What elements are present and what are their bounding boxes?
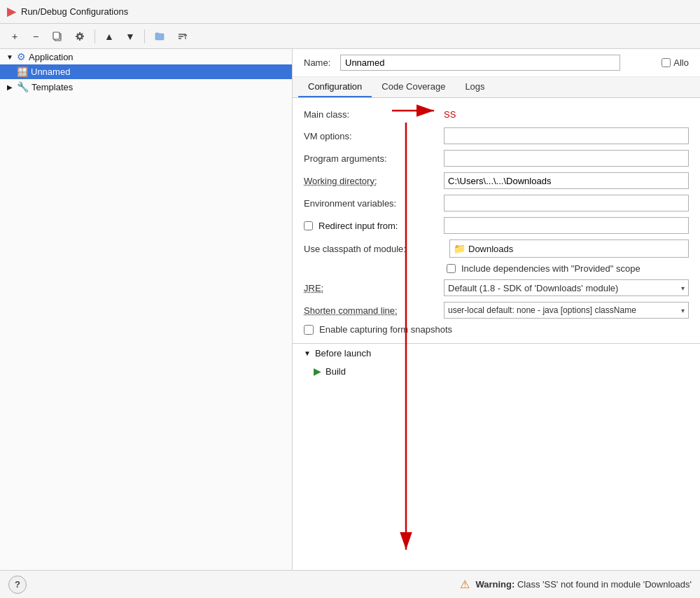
build-item: ▶ Build <box>293 363 700 380</box>
build-label: Build <box>326 366 346 377</box>
before-launch-section: ▼ Before launch ▶ Build <box>293 343 700 380</box>
help-button[interactable]: ? <box>8 576 27 594</box>
before-launch-label: Before launch <box>315 348 371 359</box>
bottom-bar: ? ⚠ Warning: Class 'SS' not found in mod… <box>0 570 700 598</box>
shorten-cmd-label: Shorten command line: <box>304 305 444 316</box>
env-vars-input[interactable] <box>444 195 689 211</box>
program-args-row: Program arguments: <box>293 147 700 169</box>
main-class-value: SS <box>444 109 689 120</box>
allow-parallel-label: Allo <box>673 57 689 68</box>
shorten-cmd-row: Shorten command line: user-local default… <box>293 299 700 321</box>
unnamed-icon: 🪟 <box>17 67 28 77</box>
before-launch-header[interactable]: ▼ Before launch <box>293 344 700 363</box>
application-arrow: ▼ <box>6 53 14 61</box>
title-bar: ▶ Run/Debug Configurations <box>0 0 700 24</box>
enable-snapshots-checkbox[interactable] <box>304 325 314 335</box>
vm-options-input[interactable] <box>444 127 689 144</box>
application-icon: ⚙ <box>17 51 26 62</box>
include-deps-checkbox[interactable] <box>447 264 456 273</box>
unnamed-label: Unnamed <box>31 67 70 77</box>
tab-code-coverage[interactable]: Code Coverage <box>372 77 455 97</box>
window-title: Run/Debug Configurations <box>21 6 128 17</box>
classpath-value-display[interactable]: 📁 Downloads <box>449 239 689 258</box>
program-args-label: Program arguments: <box>304 153 444 164</box>
include-deps-label: Include dependencies with "Provided" sco… <box>461 263 640 274</box>
env-vars-row: Environment variables: <box>293 192 700 214</box>
redirect-input-row: Redirect input from: <box>293 214 700 237</box>
name-row: Name: Allo <box>293 49 700 77</box>
folder-button[interactable] <box>150 27 169 46</box>
working-dir-label: Working directory: <box>304 176 444 186</box>
jre-row: JRE: Default (1.8 - SDK of 'Downloads' m… <box>293 277 700 299</box>
shorten-cmd-select[interactable]: user-local default: none - java [options… <box>444 302 689 319</box>
redirect-input-field[interactable] <box>444 217 689 234</box>
tab-logs[interactable]: Logs <box>455 77 494 97</box>
allow-parallel-row: Allo <box>662 57 689 68</box>
templates-arrow: ▶ <box>6 83 14 91</box>
build-icon: ▶ <box>314 366 321 377</box>
left-panel: ▼ ⚙ Application 🪟 Unnamed ▶ 🔧 Templates <box>0 49 293 570</box>
jre-label: JRE: <box>304 283 444 293</box>
classpath-label: Use classpath of module: <box>304 244 444 254</box>
settings-button[interactable] <box>70 27 90 46</box>
env-vars-label: Environment variables: <box>304 198 444 209</box>
include-deps-row: Include dependencies with "Provided" sco… <box>293 260 700 277</box>
separator-2 <box>144 29 145 43</box>
tabs-bar: Configuration Code Coverage Logs <box>293 77 700 98</box>
allow-parallel-checkbox[interactable] <box>662 58 671 67</box>
name-input[interactable] <box>340 55 620 71</box>
warning-bold: Warning: <box>475 579 514 590</box>
tree-application-node[interactable]: ▼ ⚙ Application <box>0 49 292 64</box>
templates-label: Templates <box>31 82 73 92</box>
main-class-label: Main class: <box>304 109 444 120</box>
name-label: Name: <box>304 57 332 68</box>
add-button[interactable]: + <box>6 27 24 46</box>
application-label: Application <box>29 52 74 62</box>
enable-snapshots-row: Enable capturing form snapshots <box>293 321 700 338</box>
jre-value: Default (1.8 - SDK of 'Downloads' module… <box>448 283 618 293</box>
sort-button[interactable] <box>172 27 192 46</box>
redirect-input-checkbox[interactable] <box>304 221 313 230</box>
copy-button[interactable] <box>48 27 67 46</box>
svg-rect-1 <box>53 32 59 39</box>
move-up-button[interactable]: ▲ <box>100 27 118 46</box>
tree-templates-node[interactable]: ▶ 🔧 Templates <box>0 79 292 95</box>
config-content: Main class: SS VM options: Program argum… <box>293 98 700 570</box>
jre-select[interactable]: Default (1.8 - SDK of 'Downloads' module… <box>444 279 689 296</box>
classpath-row: Use classpath of module: 📁 Downloads <box>293 237 700 260</box>
right-panel: Name: Allo Configuration Code Coverage L… <box>293 49 700 570</box>
enable-snapshots-label: Enable capturing form snapshots <box>319 324 452 335</box>
redirect-input-label: Redirect input from: <box>318 221 398 231</box>
tree-unnamed-node[interactable]: 🪟 Unnamed <box>0 64 292 79</box>
toolbar: + − ▲ ▼ <box>0 24 700 49</box>
tab-configuration[interactable]: Configuration <box>298 77 372 97</box>
classpath-module-name: Downloads <box>468 244 513 254</box>
warning-message: Class 'SS' not found in module 'Download… <box>517 579 692 590</box>
templates-icon: 🔧 <box>17 81 29 92</box>
before-launch-arrow: ▼ <box>304 349 311 357</box>
move-down-button[interactable]: ▼ <box>121 27 139 46</box>
shorten-cmd-value: user-local default: none - java [options… <box>448 305 636 315</box>
warning-text: Warning: Class 'SS' not found in module … <box>475 579 692 590</box>
working-dir-input[interactable] <box>444 172 689 189</box>
app-icon: ▶ <box>7 5 15 18</box>
vm-options-label: VM options: <box>304 131 444 141</box>
classpath-folder-icon: 📁 <box>454 243 465 254</box>
working-dir-row: Working directory: <box>293 169 700 192</box>
main-class-row: Main class: SS <box>293 104 700 125</box>
vm-options-row: VM options: <box>293 125 700 147</box>
separator-1 <box>94 29 95 43</box>
program-args-input[interactable] <box>444 150 689 167</box>
remove-button[interactable]: − <box>27 27 45 46</box>
warning-icon: ⚠ <box>460 578 470 591</box>
